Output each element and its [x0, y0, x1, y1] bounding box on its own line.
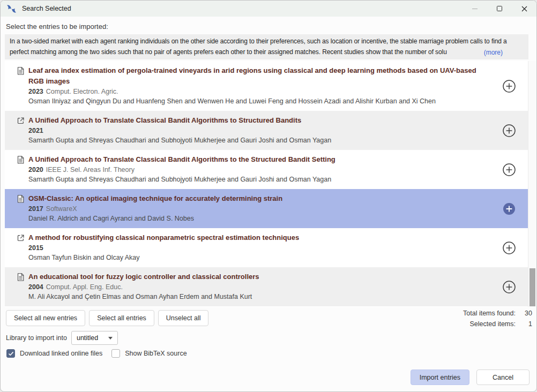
instruction-label: Select the entries to be imported:: [6, 22, 108, 31]
entry-title: A method for robustifying classical nonp…: [28, 232, 491, 243]
plus-circle-icon: [502, 280, 517, 295]
search-selected-dialog: Search Selected Select the entries to be…: [0, 0, 537, 392]
add-entry-button[interactable]: [502, 162, 517, 177]
cancel-button[interactable]: Cancel: [476, 370, 529, 385]
list-scrollbar[interactable]: [528, 61, 536, 307]
entry-title: An educational tool for fuzzy logic cont…: [28, 272, 491, 282]
abstract-preview: In a two-sided market with each agent ra…: [5, 34, 528, 59]
entry-row[interactable]: An educational tool for fuzzy logic cont…: [5, 267, 528, 306]
entry-authors: Osman Tayfun Biskin and Olcay Akay: [28, 253, 491, 262]
external-link-icon: [17, 117, 24, 126]
entry-title: OSM-Classic: An optical imaging techniqu…: [28, 193, 491, 204]
library-row: Library to import into untitled: [6, 331, 118, 345]
plus-circle-icon: [502, 201, 517, 216]
entry-row[interactable]: OSM-Classic: An optical imaging techniqu…: [5, 189, 528, 228]
abstract-text: In a two-sided market with each agent ra…: [10, 36, 524, 57]
entry-year: 2021: [28, 127, 43, 134]
library-select[interactable]: untitled: [71, 331, 118, 345]
select-all-new-entries-button[interactable]: Select all new entries: [6, 310, 85, 326]
results-summary: Total items found: 30 Selected items: 1: [463, 310, 532, 328]
selection-actions: Select all new entries Select all entrie…: [6, 310, 208, 326]
download-linked-files-checkbox[interactable]: [6, 349, 15, 358]
more-link[interactable]: (more): [483, 48, 503, 58]
entry-journal: IEEE J. Sel. Areas Inf. Theory: [46, 166, 135, 174]
entry-authors: M. Ali Akcayol and Çetin Elmas and Osman…: [28, 292, 491, 301]
jabref-logo-icon: [6, 4, 17, 13]
entry-year: 2023: [28, 88, 43, 95]
entry-year: 2020: [28, 166, 43, 174]
scrollbar-thumb[interactable]: [529, 268, 535, 306]
external-link-icon: [17, 234, 24, 244]
entry-row[interactable]: A method for robustifying classical nonp…: [5, 228, 528, 267]
plus-circle-icon: [502, 162, 517, 177]
entry-journal: Comput. Appl. Eng. Educ.: [46, 283, 123, 291]
add-entry-button[interactable]: [502, 79, 517, 94]
entry-row[interactable]: Leaf area index estimation of pergola-tr…: [5, 61, 528, 111]
add-entry-button[interactable]: [502, 240, 517, 255]
entry-meta: 2020IEEE J. Sel. Areas Inf. Theory: [28, 165, 491, 175]
entry-journal: SoftwareX: [46, 205, 77, 213]
plus-circle-icon: [502, 123, 517, 138]
titlebar: Search Selected: [1, 1, 536, 17]
entry-year: 2015: [28, 244, 43, 252]
article-icon: [17, 67, 24, 77]
import-entries-button[interactable]: Import entries: [411, 370, 469, 385]
article-icon: [17, 273, 24, 283]
library-select-value: untitled: [77, 334, 98, 342]
entry-title: A Unified Approach to Translate Classica…: [28, 115, 491, 126]
entry-meta: 2021: [28, 126, 491, 135]
entry-row[interactable]: A Unified Approach to Translate Classica…: [5, 150, 528, 189]
selected-items-value: 1: [520, 320, 532, 328]
maximize-icon: [497, 6, 502, 11]
selected-items-label: Selected items:: [463, 320, 516, 328]
select-all-entries-button[interactable]: Select all entries: [89, 310, 154, 326]
window-controls: [463, 1, 536, 17]
minimize-icon: [472, 9, 478, 9]
entry-meta: 2015: [28, 243, 491, 253]
maximize-button[interactable]: [487, 1, 512, 17]
entry-authors: Osman Ilniyaz and Qingyun Du and Huanfen…: [28, 96, 491, 106]
library-label: Library to import into: [6, 334, 67, 342]
entry-authors: Samarth Gupta and Shreyas Chaudhari and …: [28, 175, 491, 184]
entry-list: Leaf area index estimation of pergola-tr…: [5, 61, 528, 307]
entry-authors: Samarth Gupta and Shreyas Chaudhari and …: [28, 135, 491, 145]
plus-circle-icon: [502, 240, 517, 255]
close-button[interactable]: [512, 1, 536, 17]
article-icon: [17, 156, 24, 166]
download-linked-files-label: Download linked online files: [20, 350, 102, 357]
unselect-all-button[interactable]: Unselect all: [158, 310, 209, 326]
entry-meta: 2023Comput. Electron. Agric.: [28, 87, 491, 96]
show-bibtex-source-label: Show BibTeX source: [125, 350, 187, 357]
entry-authors: Daniel R. Aldrich and Cagri Ayranci and …: [28, 214, 491, 223]
window-title: Search Selected: [22, 5, 71, 12]
plus-circle-icon: [502, 79, 517, 94]
entry-row[interactable]: A Unified Approach to Translate Classica…: [5, 111, 528, 150]
show-bibtex-source-checkbox[interactable]: [111, 349, 120, 358]
add-entry-button[interactable]: [502, 280, 517, 295]
chevron-down-icon: [108, 337, 113, 340]
entry-title: Leaf area index estimation of pergola-tr…: [28, 65, 491, 87]
entry-meta: 2017SoftwareX: [28, 204, 491, 214]
options-row: Download linked online files Show BibTeX…: [6, 349, 191, 358]
footer-buttons: Import entries Cancel: [411, 370, 529, 385]
total-items-label: Total items found:: [463, 310, 516, 317]
check-icon: [8, 351, 14, 356]
add-entry-button[interactable]: [502, 123, 517, 138]
entry-year: 2017: [28, 205, 43, 213]
article-icon: [17, 195, 24, 205]
minimize-button[interactable]: [463, 1, 487, 17]
add-entry-button[interactable]: [502, 201, 517, 216]
entry-meta: 2004Comput. Appl. Eng. Educ.: [28, 282, 491, 292]
entry-journal: Comput. Electron. Agric.: [46, 88, 118, 95]
entry-year: 2004: [28, 283, 43, 291]
entry-title: A Unified Approach to Translate Classica…: [28, 154, 491, 165]
total-items-value: 30: [520, 310, 532, 317]
close-icon: [521, 6, 527, 12]
